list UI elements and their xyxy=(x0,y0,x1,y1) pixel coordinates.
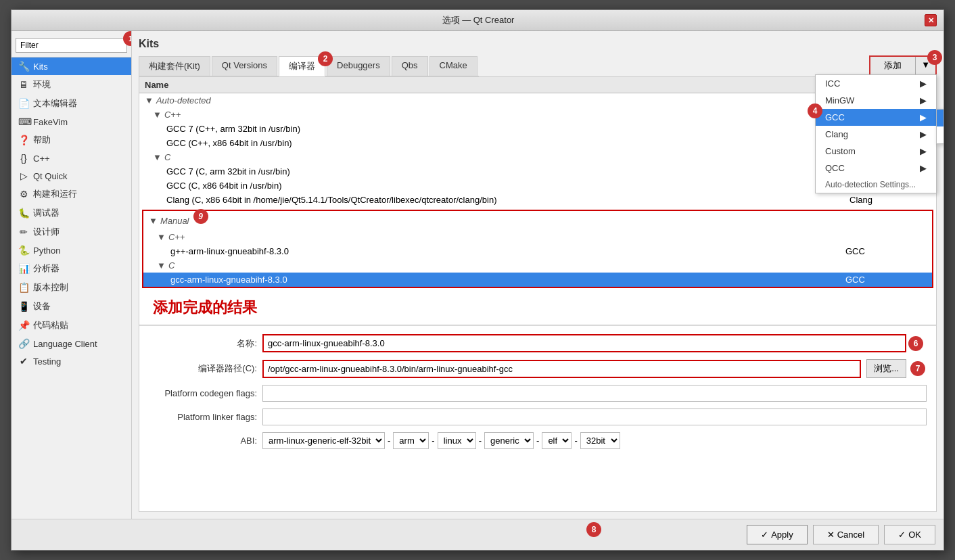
close-button[interactable]: ✕ xyxy=(925,14,937,26)
sidebar-label-qt-quick: Qt Quick xyxy=(33,171,68,181)
sidebar-item-analyzer[interactable]: 📊 分析器 xyxy=(11,259,131,278)
sidebar-label-kits: Kits xyxy=(33,62,48,72)
name-label: 名称: xyxy=(149,337,257,350)
right-panel: Kits 构建套件(Kit) Qt Versions 编译器 2 Debugge… xyxy=(132,31,944,519)
item-name: g++-arm-linux-gnueabihf-8.3.0 xyxy=(149,246,845,256)
abi-select-2[interactable]: linux xyxy=(438,432,476,449)
manual-c-label: ▼ C xyxy=(143,258,932,273)
platform-codegen-input[interactable] xyxy=(262,385,927,402)
main-dialog: 选项 — Qt Creator ✕ 1 🔧 Kits 🖥 环境 📄 文本编辑器 xyxy=(11,9,944,551)
sidebar-item-python[interactable]: 🐍 Python xyxy=(11,241,131,259)
sidebar: 1 🔧 Kits 🖥 环境 📄 文本编辑器 ⌨ FakeVim ❓ 帮助 xyxy=(11,31,132,519)
env-icon: 🖥 xyxy=(18,79,29,90)
submenu-cpp[interactable]: C++ xyxy=(937,126,944,143)
badge-6: 6 xyxy=(908,336,923,351)
abi-select-0[interactable]: arm-linux-generic-elf-32bit xyxy=(262,432,385,449)
sidebar-label-code-paste: 代码粘贴 xyxy=(33,319,68,331)
sidebar-label-analyzer: 分析器 xyxy=(33,262,60,275)
sidebar-item-fakevim[interactable]: ⌨ FakeVim xyxy=(11,113,131,131)
dropdown-custom[interactable]: Custom ▶ xyxy=(816,143,936,160)
testing-icon: ✔ xyxy=(18,356,29,367)
abi-row: ABI: arm-linux-generic-elf-32bit - arm - xyxy=(149,432,927,449)
abi-selects: arm-linux-generic-elf-32bit - arm - linu… xyxy=(262,432,620,449)
ok-checkmark-icon: ✓ xyxy=(898,530,906,540)
sidebar-item-env[interactable]: 🖥 环境 xyxy=(11,75,131,94)
tab-debuggers[interactable]: Debuggers xyxy=(327,56,390,76)
abi-select-3[interactable]: generic xyxy=(484,432,534,449)
sidebar-item-cpp[interactable]: {} C++ xyxy=(11,149,131,167)
browse-button[interactable]: 浏览... xyxy=(866,359,906,378)
apply-checkmark-icon: ✓ xyxy=(761,530,768,540)
item-name: GCC (C++, x86 64bit in /usr/bin) xyxy=(145,138,849,148)
filter-input[interactable] xyxy=(16,38,127,53)
abi-label: ABI: xyxy=(149,436,257,446)
sidebar-label-python: Python xyxy=(33,246,60,256)
abi-select-1[interactable]: arm xyxy=(393,432,429,449)
add-section: 添加 ▼ 3 ICC ▶ MinGW ▶ xyxy=(869,55,937,76)
item-name: GCC 7 (C, arm 32bit in /usr/bin) xyxy=(145,166,849,177)
designer-icon: ✏ xyxy=(18,227,29,237)
sidebar-item-code-paste[interactable]: 📌 代码粘贴 xyxy=(11,316,131,335)
badge-4: 4 xyxy=(808,103,822,118)
compiler-path-input[interactable] xyxy=(262,360,861,378)
submenu-c[interactable]: C 5 xyxy=(937,110,944,126)
tab-cmake[interactable]: CMake xyxy=(429,56,478,76)
tab-kits[interactable]: 构建套件(Kit) xyxy=(139,56,210,76)
dropdown-qcc[interactable]: QCC ▶ xyxy=(816,160,936,177)
sidebar-label-cpp: C++ xyxy=(33,154,50,164)
item-name: GCC (C, x86 64bit in /usr/bin) xyxy=(145,181,849,191)
badge-2: 2 xyxy=(318,51,333,66)
sidebar-item-devices[interactable]: 📱 设备 xyxy=(11,297,131,316)
badge-7: 7 xyxy=(910,361,925,376)
cancel-button[interactable]: ✕ Cancel xyxy=(813,525,879,544)
item-name: gcc-arm-linux-gnueabihf-8.3.0 xyxy=(149,275,845,285)
add-button[interactable]: 添加 xyxy=(870,57,915,74)
list-item[interactable]: g++-arm-linux-gnueabihf-8.3.0 GCC xyxy=(143,244,932,258)
title-bar: 选项 — Qt Creator ✕ xyxy=(11,10,944,31)
dropdown-icc[interactable]: ICC ▶ xyxy=(816,75,936,92)
compiler-path-row: 编译器路径(C): 浏览... 7 xyxy=(149,359,927,378)
platform-linker-input[interactable] xyxy=(262,409,927,425)
sidebar-item-help[interactable]: ❓ 帮助 xyxy=(11,131,131,149)
sidebar-item-kits[interactable]: 🔧 Kits xyxy=(11,57,131,75)
sidebar-item-debugger[interactable]: 🐛 调试器 xyxy=(11,204,131,223)
item-name: GCC 7 (C++, arm 32bit in /usr/bin) xyxy=(145,124,849,134)
add-button-group: 添加 ▼ 3 xyxy=(869,55,937,76)
tabs-container: 构建套件(Kit) Qt Versions 编译器 2 Debuggers Qb… xyxy=(139,56,479,76)
kits-icon: 🔧 xyxy=(18,61,29,72)
compiler-path-label: 编译器路径(C): xyxy=(149,363,257,375)
abi-select-5[interactable]: 32bit xyxy=(580,432,620,449)
sidebar-label-env: 环境 xyxy=(33,78,51,91)
version-control-icon: 📋 xyxy=(18,282,29,293)
sidebar-item-build-run[interactable]: ⚙ 构建和运行 xyxy=(11,185,131,204)
tabs-row: 构建套件(Kit) Qt Versions 编译器 2 Debuggers Qb… xyxy=(139,55,937,76)
ok-button[interactable]: ✓ OK xyxy=(884,525,935,544)
item-type: Clang xyxy=(849,195,931,205)
tab-qbs[interactable]: Qbs xyxy=(392,56,428,76)
name-row: 名称: 6 xyxy=(149,334,927,352)
item-name: Clang (C, x86 64bit in /home/jie/Qt5.14.… xyxy=(145,195,849,205)
dropdown-clang[interactable]: Clang ▶ xyxy=(816,126,936,143)
sidebar-item-text-editor[interactable]: 📄 文本编辑器 xyxy=(11,94,131,113)
sidebar-item-designer[interactable]: ✏ 设计师 xyxy=(11,223,131,241)
sidebar-item-language-client[interactable]: 🔗 Language Client xyxy=(11,335,131,352)
dropdown-gcc[interactable]: GCC ▶ 4 C 5 C++ xyxy=(816,109,936,126)
list-item-selected[interactable]: gcc-arm-linux-gnueabihf-8.3.0 GCC xyxy=(143,273,932,287)
analyzer-icon: 📊 xyxy=(18,263,29,274)
auto-detection-settings[interactable]: Auto-detection Settings... xyxy=(816,177,936,193)
sidebar-item-version-control[interactable]: 📋 版本控制 xyxy=(11,278,131,297)
list-item[interactable]: Clang (C, x86 64bit in /home/jie/Qt5.14.… xyxy=(139,193,936,207)
dropdown-mingw[interactable]: MinGW ▶ xyxy=(816,92,936,109)
window-title: 选项 — Qt Creator xyxy=(32,14,925,26)
badge-3: 3 xyxy=(927,50,942,65)
sidebar-label-designer: 设计师 xyxy=(33,226,60,238)
tab-compilers[interactable]: 编译器 2 xyxy=(279,56,325,76)
tab-qt-versions[interactable]: Qt Versions xyxy=(212,56,277,76)
panel-title: Kits xyxy=(139,38,937,50)
name-input[interactable] xyxy=(262,334,906,352)
sidebar-item-testing[interactable]: ✔ Testing xyxy=(11,352,131,370)
apply-button[interactable]: ✓ Apply xyxy=(747,525,808,544)
sidebar-item-qt-quick[interactable]: ▷ Qt Quick xyxy=(11,167,131,185)
python-icon: 🐍 xyxy=(18,245,29,256)
abi-select-4[interactable]: elf xyxy=(542,432,572,449)
